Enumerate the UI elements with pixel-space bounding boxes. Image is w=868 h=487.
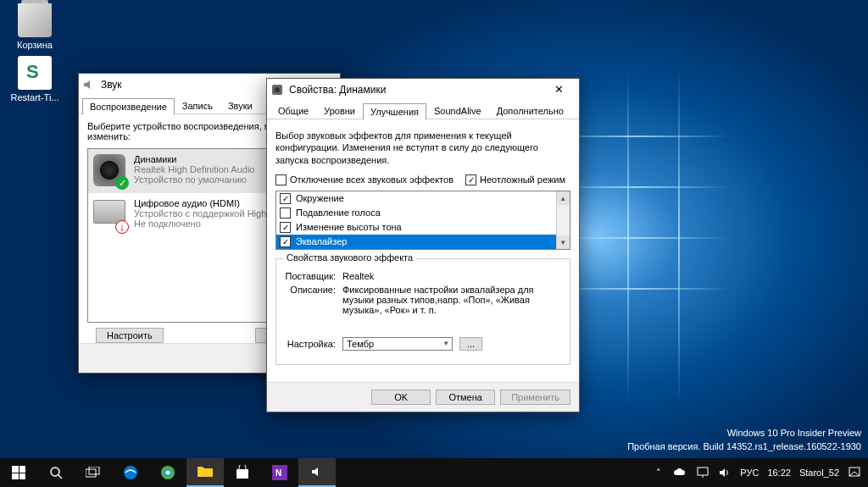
enhancements-description: Выбор звуковых эффектов для применения к… [275,130,570,166]
tray-volume-icon[interactable] [718,466,732,479]
tray-chevron-icon[interactable]: ˄ [652,466,665,479]
props-apply-button[interactable]: Применить [500,390,570,405]
tab-recording[interactable]: Запись [175,97,220,113]
tab-soundalive[interactable]: SoundAlive [426,102,489,119]
explorer-button[interactable] [186,458,224,487]
tray-onedrive-icon[interactable] [674,466,687,479]
svg-line-3 [58,475,62,479]
setting-dropdown[interactable]: Тембр [342,337,453,351]
groupbox-legend: Свойства звукового эффекта [283,252,416,263]
system-tray: ˄ РУС 16:22 Starol_52 [645,466,868,479]
onenote-button[interactable]: N [261,458,298,487]
props-ok-button[interactable]: OK [371,390,431,405]
description-label: Описание: [283,285,342,315]
start-button[interactable] [0,458,37,487]
speaker-properties-window: Свойства: Динамики ✕ Общие Уровни Улучше… [266,78,580,412]
svg-rect-10 [236,469,248,479]
not-connected-badge: ↓ [115,220,129,234]
configure-button[interactable]: Настроить [96,328,164,343]
scroll-down-icon[interactable]: ▾ [557,235,570,249]
immediate-mode-checkbox[interactable]: ✓Неотложный режим [465,174,565,185]
hdmi-device-icon: ↓ [93,198,127,232]
windows-logo-icon [12,466,25,479]
restart-label: Restart-Ti... [5,92,64,102]
tab-levels[interactable]: Уровни [316,102,363,119]
provider-value: Realtek [342,271,563,281]
tab-general[interactable]: Общие [270,102,316,119]
setting-label: Настройка: [283,339,342,349]
effect-properties-group: Свойства звукового эффекта Поставщик: Re… [275,258,570,365]
watermark-line1: Windows 10 Pro Insider Preview [627,427,861,440]
svg-rect-4 [86,469,96,477]
task-view-button[interactable] [75,458,112,487]
props-cancel-button[interactable]: Отмена [436,390,495,405]
watermark-line2: Пробная версия. Build 14352.rs1_release.… [627,440,861,453]
svg-point-2 [51,468,59,476]
effect-equalizer[interactable]: ✓Эквалайзер [276,235,570,249]
description-value: Фиксированные настройки эквалайзера для … [342,285,563,315]
tray-network-icon[interactable] [696,466,709,479]
effect-pitch-shift[interactable]: ✓Изменение высоты тона [276,220,570,235]
svg-point-1 [275,87,280,92]
svg-text:N: N [275,468,281,478]
restart-shortcut-icon[interactable]: Restart-Ti... [5,56,64,102]
props-window-title: Свойства: Динамики [289,84,542,96]
device-status: Устройство по умолчанию [134,174,254,185]
props-tabs: Общие Уровни Улучшения SoundAlive Дополн… [267,101,579,119]
search-button[interactable] [37,458,75,487]
effect-surround[interactable]: ✓Окружение [276,191,570,206]
tab-advanced[interactable]: Дополнительно [489,102,571,119]
tray-username[interactable]: Starol_52 [799,468,839,478]
tray-notifications-icon[interactable] [848,466,861,479]
chrome-button[interactable] [149,458,186,487]
provider-label: Поставщик: [283,271,342,281]
store-button[interactable] [224,458,261,487]
recycle-bin-label: Корзина [5,40,64,50]
effects-list[interactable]: ✓Окружение Подавление голоса ✓Изменение … [275,191,570,250]
speaker-icon [82,78,96,91]
disable-all-effects-checkbox[interactable]: Отключение всех звуковых эффектов [275,174,453,185]
setting-more-button[interactable]: ... [459,337,482,351]
effects-scrollbar[interactable]: ▴ ▾ [556,191,570,249]
tab-playback[interactable]: Воспроизведение [82,98,175,114]
default-check-badge: ✓ [115,176,129,190]
svg-rect-5 [89,467,99,474]
tab-enhancements[interactable]: Улучшения [363,103,426,119]
effect-voice-cancel[interactable]: Подавление голоса [276,206,570,220]
tab-sounds[interactable]: Звуки [220,97,260,113]
close-button[interactable]: ✕ [542,79,576,101]
scroll-up-icon[interactable]: ▴ [557,191,570,205]
recycle-bin-icon[interactable]: Корзина [5,3,64,50]
speaker-icon [270,83,284,97]
tray-clock[interactable]: 16:22 [767,468,791,478]
taskbar: N ˄ РУС 16:22 Starol_52 [0,458,868,487]
props-dialog-buttons: OK Отмена Применить [267,382,579,412]
speaker-device-icon: ✓ [93,154,127,188]
sound-settings-taskbar[interactable] [298,458,336,487]
edge-button[interactable] [112,458,149,487]
svg-rect-13 [698,468,708,475]
props-titlebar[interactable]: Свойства: Динамики ✕ [267,79,579,101]
device-name: Динамики [134,154,254,164]
windows-watermark: Windows 10 Pro Insider Preview Пробная в… [627,427,861,453]
tray-language[interactable]: РУС [740,468,759,478]
device-driver: Realtek High Definition Audio [134,164,254,174]
svg-point-9 [166,471,170,475]
